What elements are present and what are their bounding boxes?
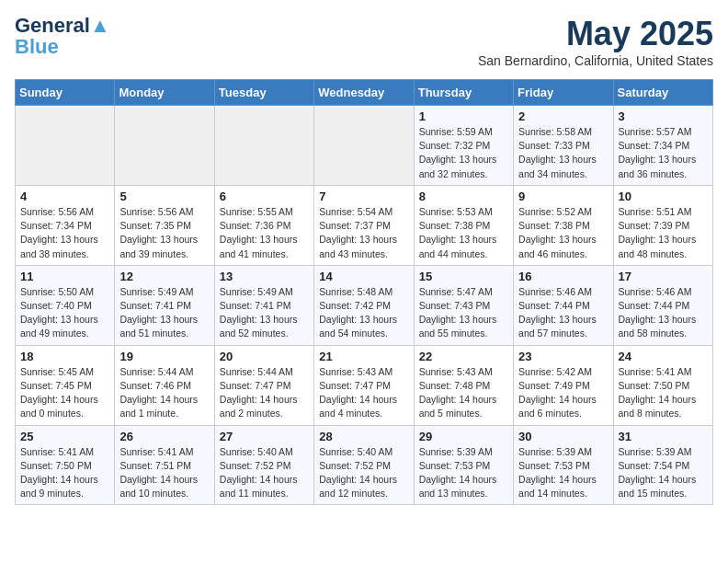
day-number: 22 [419, 350, 508, 363]
weekday-header-cell: Friday [514, 80, 613, 106]
calendar-cell: 16Sunrise: 5:46 AM Sunset: 7:44 PM Dayli… [514, 265, 613, 345]
day-detail: Sunrise: 5:56 AM Sunset: 7:35 PM Dayligh… [119, 205, 209, 261]
calendar-cell: 17Sunrise: 5:46 AM Sunset: 7:44 PM Dayli… [613, 265, 712, 345]
day-number: 23 [518, 350, 608, 363]
day-number: 6 [220, 190, 309, 203]
calendar-cell: 13Sunrise: 5:49 AM Sunset: 7:41 PM Dayli… [214, 265, 313, 345]
page-header: General▲ Blue May 2025 San Bernardino, C… [15, 15, 713, 68]
day-detail: Sunrise: 5:56 AM Sunset: 7:34 PM Dayligh… [20, 205, 109, 261]
calendar-cell: 2Sunrise: 5:58 AM Sunset: 7:33 PM Daylig… [514, 106, 613, 186]
day-detail: Sunrise: 5:41 AM Sunset: 7:51 PM Dayligh… [119, 445, 209, 501]
day-number: 15 [419, 270, 508, 283]
weekday-header-cell: Thursday [414, 80, 513, 106]
calendar-cell: 8Sunrise: 5:53 AM Sunset: 7:38 PM Daylig… [414, 185, 513, 265]
logo-text: General▲ [15, 15, 110, 37]
month-title: May 2025 [478, 15, 713, 53]
calendar-cell: 19Sunrise: 5:44 AM Sunset: 7:46 PM Dayli… [115, 345, 214, 425]
calendar-cell: 23Sunrise: 5:42 AM Sunset: 7:49 PM Dayli… [514, 345, 613, 425]
calendar-week-row: 18Sunrise: 5:45 AM Sunset: 7:45 PM Dayli… [16, 345, 713, 425]
day-number: 27 [220, 430, 309, 443]
day-detail: Sunrise: 5:50 AM Sunset: 7:40 PM Dayligh… [20, 285, 109, 341]
calendar-cell: 30Sunrise: 5:39 AM Sunset: 7:53 PM Dayli… [514, 425, 613, 505]
day-detail: Sunrise: 5:39 AM Sunset: 7:53 PM Dayligh… [518, 445, 608, 501]
calendar-cell: 29Sunrise: 5:39 AM Sunset: 7:53 PM Dayli… [414, 425, 513, 505]
calendar-cell: 18Sunrise: 5:45 AM Sunset: 7:45 PM Dayli… [16, 345, 115, 425]
weekday-header-cell: Tuesday [214, 80, 313, 106]
day-number: 28 [319, 430, 408, 443]
calendar-cell: 26Sunrise: 5:41 AM Sunset: 7:51 PM Dayli… [115, 425, 214, 505]
calendar-cell: 1Sunrise: 5:59 AM Sunset: 7:32 PM Daylig… [414, 106, 513, 186]
calendar-cell: 20Sunrise: 5:44 AM Sunset: 7:47 PM Dayli… [214, 345, 313, 425]
day-number: 25 [20, 430, 109, 443]
day-detail: Sunrise: 5:44 AM Sunset: 7:46 PM Dayligh… [119, 365, 209, 421]
day-number: 4 [20, 190, 109, 203]
calendar-cell: 24Sunrise: 5:41 AM Sunset: 7:50 PM Dayli… [613, 345, 712, 425]
day-number: 2 [518, 109, 608, 123]
day-detail: Sunrise: 5:49 AM Sunset: 7:41 PM Dayligh… [119, 285, 209, 341]
day-number: 21 [319, 350, 408, 363]
day-number: 30 [518, 430, 608, 443]
weekday-header-cell: Monday [115, 80, 214, 106]
calendar-body: 1Sunrise: 5:59 AM Sunset: 7:32 PM Daylig… [16, 106, 713, 505]
day-number: 1 [419, 109, 508, 123]
day-detail: Sunrise: 5:49 AM Sunset: 7:41 PM Dayligh… [220, 285, 309, 341]
calendar-cell: 12Sunrise: 5:49 AM Sunset: 7:41 PM Dayli… [115, 265, 214, 345]
day-detail: Sunrise: 5:40 AM Sunset: 7:52 PM Dayligh… [220, 445, 309, 501]
calendar-week-row: 11Sunrise: 5:50 AM Sunset: 7:40 PM Dayli… [16, 265, 713, 345]
calendar-cell: 31Sunrise: 5:39 AM Sunset: 7:54 PM Dayli… [613, 425, 712, 505]
day-detail: Sunrise: 5:53 AM Sunset: 7:38 PM Dayligh… [419, 205, 508, 261]
day-number: 20 [220, 350, 309, 363]
day-detail: Sunrise: 5:47 AM Sunset: 7:43 PM Dayligh… [419, 285, 508, 341]
day-detail: Sunrise: 5:41 AM Sunset: 7:50 PM Dayligh… [619, 365, 708, 421]
day-number: 11 [20, 270, 109, 283]
day-detail: Sunrise: 5:39 AM Sunset: 7:53 PM Dayligh… [419, 445, 508, 501]
calendar-cell: 3Sunrise: 5:57 AM Sunset: 7:34 PM Daylig… [613, 106, 712, 186]
calendar-table: SundayMondayTuesdayWednesdayThursdayFrid… [15, 79, 713, 505]
calendar-week-row: 4Sunrise: 5:56 AM Sunset: 7:34 PM Daylig… [16, 185, 713, 265]
calendar-cell: 6Sunrise: 5:55 AM Sunset: 7:36 PM Daylig… [214, 185, 313, 265]
calendar-cell: 25Sunrise: 5:41 AM Sunset: 7:50 PM Dayli… [16, 425, 115, 505]
day-detail: Sunrise: 5:43 AM Sunset: 7:47 PM Dayligh… [319, 365, 408, 421]
day-number: 5 [119, 190, 209, 203]
weekday-header-cell: Wednesday [314, 80, 414, 106]
day-detail: Sunrise: 5:41 AM Sunset: 7:50 PM Dayligh… [20, 445, 109, 501]
day-detail: Sunrise: 5:40 AM Sunset: 7:52 PM Dayligh… [319, 445, 408, 501]
calendar-cell: 14Sunrise: 5:48 AM Sunset: 7:42 PM Dayli… [314, 265, 414, 345]
day-detail: Sunrise: 5:55 AM Sunset: 7:36 PM Dayligh… [220, 205, 309, 261]
day-number: 8 [419, 190, 508, 203]
day-detail: Sunrise: 5:54 AM Sunset: 7:37 PM Dayligh… [319, 205, 408, 261]
day-number: 24 [619, 350, 708, 363]
day-detail: Sunrise: 5:52 AM Sunset: 7:38 PM Dayligh… [518, 205, 608, 261]
calendar-cell [314, 106, 414, 186]
location-title: San Bernardino, California, United State… [478, 53, 713, 68]
calendar-week-row: 1Sunrise: 5:59 AM Sunset: 7:32 PM Daylig… [16, 106, 713, 186]
day-detail: Sunrise: 5:51 AM Sunset: 7:39 PM Dayligh… [619, 205, 708, 261]
day-number: 14 [319, 270, 408, 283]
calendar-cell [214, 106, 313, 186]
day-detail: Sunrise: 5:44 AM Sunset: 7:47 PM Dayligh… [220, 365, 309, 421]
day-detail: Sunrise: 5:48 AM Sunset: 7:42 PM Dayligh… [319, 285, 408, 341]
weekday-header-cell: Sunday [16, 80, 115, 106]
calendar-cell: 11Sunrise: 5:50 AM Sunset: 7:40 PM Dayli… [16, 265, 115, 345]
calendar-cell: 22Sunrise: 5:43 AM Sunset: 7:48 PM Dayli… [414, 345, 513, 425]
day-number: 29 [419, 430, 508, 443]
calendar-cell: 9Sunrise: 5:52 AM Sunset: 7:38 PM Daylig… [514, 185, 613, 265]
day-number: 16 [518, 270, 608, 283]
weekday-header-row: SundayMondayTuesdayWednesdayThursdayFrid… [16, 80, 713, 106]
day-detail: Sunrise: 5:42 AM Sunset: 7:49 PM Dayligh… [518, 365, 608, 421]
day-detail: Sunrise: 5:59 AM Sunset: 7:32 PM Dayligh… [419, 125, 508, 181]
calendar-cell: 27Sunrise: 5:40 AM Sunset: 7:52 PM Dayli… [214, 425, 313, 505]
calendar-cell: 10Sunrise: 5:51 AM Sunset: 7:39 PM Dayli… [613, 185, 712, 265]
day-number: 3 [619, 109, 708, 123]
calendar-cell: 7Sunrise: 5:54 AM Sunset: 7:37 PM Daylig… [314, 185, 414, 265]
logo: General▲ Blue [15, 15, 110, 57]
day-number: 10 [619, 190, 708, 203]
day-detail: Sunrise: 5:58 AM Sunset: 7:33 PM Dayligh… [518, 125, 608, 181]
day-detail: Sunrise: 5:43 AM Sunset: 7:48 PM Dayligh… [419, 365, 508, 421]
calendar-cell: 28Sunrise: 5:40 AM Sunset: 7:52 PM Dayli… [314, 425, 414, 505]
day-detail: Sunrise: 5:45 AM Sunset: 7:45 PM Dayligh… [20, 365, 109, 421]
day-number: 7 [319, 190, 408, 203]
day-number: 17 [619, 270, 708, 283]
calendar-cell: 15Sunrise: 5:47 AM Sunset: 7:43 PM Dayli… [414, 265, 513, 345]
day-number: 9 [518, 190, 608, 203]
